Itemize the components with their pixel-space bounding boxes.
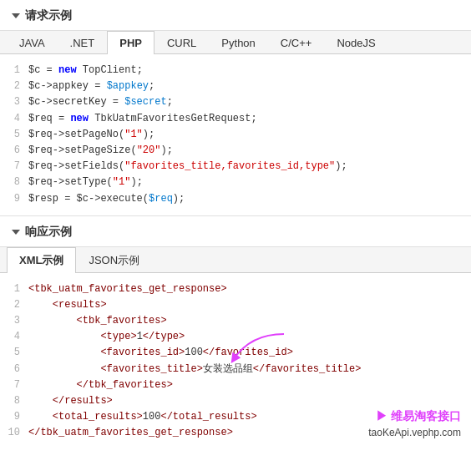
code-line-6: 6 $req->setPageSize("20"); <box>7 143 464 159</box>
code-line-8: 8 $req->setType("1"); <box>7 175 464 190</box>
code-line-1: 1 $c = new TopClient; <box>7 63 464 78</box>
resp-line-6: 6 <favorites_title>女装选品组</favorites_titl… <box>7 362 464 377</box>
resp-line-5: 5 <favorites_id>100</favorites_id> <box>7 345 464 361</box>
response-section-header: 响应示例 <box>0 216 471 247</box>
collapse-icon-response[interactable] <box>12 230 20 235</box>
tab-nodejs[interactable]: NodeJS <box>324 31 387 54</box>
resp-line-2: 2 <results> <box>7 297 464 313</box>
resp-line-1: 1 <tbk_uatm_favorites_get_response> <box>7 281 464 297</box>
tab-php[interactable]: PHP <box>107 31 154 54</box>
request-tabs-bar: JAVA .NET PHP CURL Python C/C++ NodeJS <box>0 31 471 54</box>
code-line-3: 3 $c->secretKey = $secret; <box>7 94 464 110</box>
response-section: 响应示例 XML示例 JSON示例 1 <tbk_uatm_favorites_… <box>0 216 471 450</box>
code-line-5: 5 $req->setPageNo("1"); <box>7 127 464 143</box>
resp-line-9: 9 <total_results>100</total_results> <box>7 409 464 425</box>
request-section-header: 请求示例 <box>0 0 471 31</box>
request-section-title: 请求示例 <box>25 8 72 23</box>
code-line-2: 2 $c->appkey = $appkey; <box>7 78 464 94</box>
tab-curl[interactable]: CURL <box>154 31 209 54</box>
resp-line-10: 10 </tbk_uatm_favorites_get_response> <box>7 425 464 441</box>
tab-cpp[interactable]: C/C++ <box>268 31 325 54</box>
resp-line-7: 7 </tbk_favorites> <box>7 377 464 393</box>
request-section: 请求示例 JAVA .NET PHP CURL Python C/C++ Nod… <box>0 0 471 216</box>
code-line-4: 4 $req = new TbkUatmFavoritesGetRequest; <box>7 111 464 127</box>
resp-line-8: 8 </results> <box>7 393 464 409</box>
tab-java[interactable]: JAVA <box>7 31 58 54</box>
request-code-block: 1 $c = new TopClient; 2 $c->appkey = $ap… <box>0 54 471 216</box>
response-code-block: 1 <tbk_uatm_favorites_get_response> 2 <r… <box>0 273 471 450</box>
collapse-icon[interactable] <box>12 13 20 18</box>
code-line-9: 9 $resp = $c->execute($req); <box>7 191 464 207</box>
resp-line-3: 3 <tbk_favorites> <box>7 313 464 329</box>
tab-dotnet[interactable]: .NET <box>58 31 108 54</box>
code-line-7: 7 $req->setFields("favorites_title,favor… <box>7 159 464 175</box>
response-tabs-bar: XML示例 JSON示例 <box>0 247 471 273</box>
resp-line-4: 4 <type>1</type> <box>7 329 464 345</box>
tab-json[interactable]: JSON示例 <box>76 247 152 273</box>
tab-python[interactable]: Python <box>209 31 267 54</box>
tab-xml[interactable]: XML示例 <box>7 247 76 273</box>
response-section-title: 响应示例 <box>25 225 72 240</box>
